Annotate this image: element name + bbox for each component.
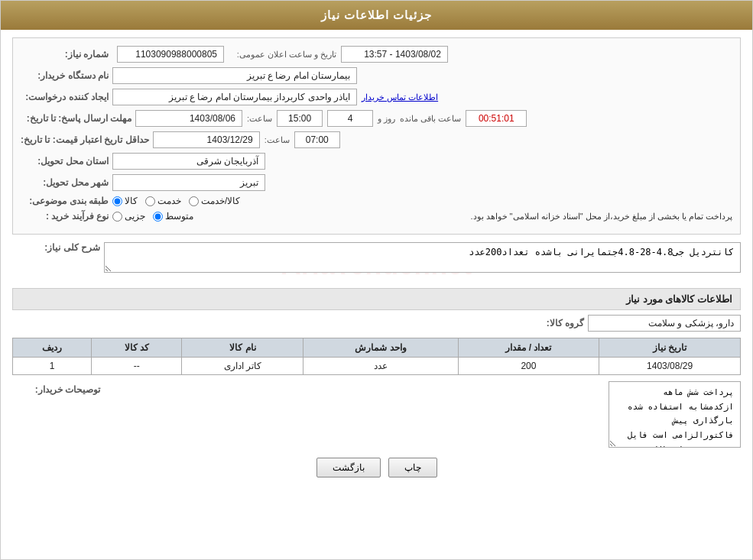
mohlat-rooz-value: 4 — [327, 110, 373, 127]
row-tabagheh: کالا/خدمت خدمت کالا طبقه بندی موضوعی: — [21, 196, 732, 206]
hadaghal-group: 07:00 ساعت: 1403/12/29 — [153, 131, 340, 148]
shomare-niaz-value: 1103090988000805 — [117, 46, 224, 63]
khadamat-label: خدمت — [157, 196, 181, 206]
tawsieh-row: توصیحات خریدار: — [12, 381, 741, 450]
radio-motawaset-input[interactable] — [153, 212, 163, 222]
row-name-dastgah: بیمارستان امام رضا ع تبریز نام دستگاه خر… — [21, 67, 732, 84]
kala-khadamat-label: کالا/خدمت — [201, 196, 240, 206]
jazri-label: جزیی — [125, 211, 145, 222]
hadaghal-label: حداقل تاریخ اعتبار قیمت: تا تاریخ: — [21, 134, 153, 145]
page-title: جزئیات اطلاعات نیاز — [321, 8, 432, 21]
th-kod-kala: کد کالا — [92, 338, 182, 358]
table-cell: -- — [92, 358, 182, 375]
mohlat-saat-label: ساعت: — [247, 114, 272, 124]
table-cell: عدد — [303, 358, 458, 375]
creator-value: ایاذر واحدی کاربرداز بیمارستان امام رضا … — [112, 89, 357, 105]
mohlat-date-value: 1403/08/06 — [135, 110, 242, 127]
table-cell: کاتر اداری — [182, 358, 303, 375]
table-cell: 1 — [13, 358, 92, 375]
th-radif: ردیف — [13, 338, 92, 358]
radio-kala-khadamat[interactable]: کالا/خدمت — [189, 196, 240, 206]
sharh-section: AriaTender.net شرح کلی نیاز: — [12, 242, 741, 288]
goroh-kala-value: دارو، پزشکی و سلامت — [588, 315, 741, 332]
shomare-niaz-label: شماره نیاز: — [21, 49, 112, 60]
kala-label: کالا — [125, 196, 138, 206]
creator-label: ایجاد کننده درخواست: — [21, 92, 112, 102]
hadaghal-date-value: 1403/12/29 — [153, 131, 260, 148]
sharh-label: شرح کلی نیاز: — [12, 242, 104, 253]
bazgasht-button[interactable]: بازگشت — [316, 458, 381, 477]
nooe-farayand-label: نوع فرآیند خرید : — [21, 211, 112, 222]
mohlat-saat-value: 15:00 — [277, 110, 323, 127]
page-header: جزئیات اطلاعات نیاز — [1, 1, 752, 30]
main-content: 1403/08/02 - 13:57 تاریخ و ساعت اعلان عم… — [1, 30, 752, 493]
radio-kala-input[interactable] — [112, 196, 122, 206]
row-ostan: آذربایجان شرقی استان محل تحویل: — [21, 153, 732, 170]
tawsieh-textarea[interactable] — [609, 381, 741, 448]
table-cell: 1403/08/29 — [599, 358, 741, 375]
th-tedad-meghdad: تعداد / مقدار — [458, 338, 599, 358]
hadaghal-saat-value: 07:00 — [294, 131, 340, 148]
mohlat-label: مهلت ارسال پاسخ: تا تاریخ: — [21, 113, 135, 124]
sharh-row: شرح کلی نیاز: — [12, 242, 741, 281]
table-row: 1403/08/29200عددکاتر اداری--1 — [13, 358, 741, 375]
btn-row: چاپ بازگشت — [12, 458, 741, 485]
kala-table: تاریخ نیاز تعداد / مقدار واحد شمارش نام … — [12, 338, 741, 375]
th-tarikh-niaz: تاریخ نیاز — [599, 338, 741, 358]
contact-link[interactable]: اطلاعات تماس خریدار — [362, 92, 438, 102]
row-nooe-farayand: پرداخت تمام یا بخشی از مبلغ خرید،از محل … — [21, 211, 732, 222]
kala-section-title: اطلاعات کالاهای مورد نیاز — [12, 288, 741, 310]
row-mohlat: 00:51:01 ساعت باقی مانده روز و 4 15:00 س… — [21, 110, 732, 127]
chap-button[interactable]: چاپ — [388, 458, 437, 477]
radio-khadamat[interactable]: خدمت — [145, 196, 181, 206]
page-container: جزئیات اطلاعات نیاز 1403/08/02 - 13:57 ت… — [0, 0, 753, 560]
th-name-kala: نام کالا — [182, 338, 303, 358]
tabagheh-radio-group: کالا/خدمت خدمت کالا — [112, 196, 240, 206]
radio-kala[interactable]: کالا — [112, 196, 138, 206]
row-hadaghal: 07:00 ساعت: 1403/12/29 حداقل تاریخ اعتبا… — [21, 131, 732, 148]
tawsieh-content — [104, 381, 741, 450]
tarikh-public-value: 1403/08/02 - 13:57 — [341, 46, 448, 63]
sharh-content — [104, 242, 741, 281]
info-section: 1403/08/02 - 13:57 تاریخ و ساعت اعلان عم… — [12, 37, 741, 235]
radio-kala-khadamat-input[interactable] — [189, 196, 199, 206]
row-shahr: تبریز شهر محل تحویل: — [21, 174, 732, 191]
name-dastgah-label: نام دستگاه خریدار: — [21, 70, 112, 81]
creator-group: اطلاعات تماس خریدار ایاذر واحدی کاربرداز… — [112, 89, 438, 105]
motawaset-label: متوسط — [165, 211, 193, 222]
shomare-niaz-group: 1103090988000805 شماره نیاز: — [21, 46, 224, 63]
tabagheh-label: طبقه بندی موضوعی: — [21, 196, 112, 206]
radio-jazri[interactable]: جزیی — [112, 211, 145, 222]
shahr-value: تبریز — [112, 174, 265, 191]
row-creator: اطلاعات تماس خریدار ایاذر واحدی کاربرداز… — [21, 89, 732, 105]
radio-motawaset[interactable]: متوسط — [153, 211, 193, 222]
sharh-textarea[interactable] — [104, 242, 741, 273]
hadaghal-saat-label: ساعت: — [265, 135, 290, 145]
table-cell: 200 — [458, 358, 599, 375]
mohlat-remaining-value: 00:51:01 — [466, 110, 527, 127]
th-vahed-shomarish: واحد شمارش — [303, 338, 458, 358]
nooe-farayand-desc: پرداخت تمام یا بخشی از مبلغ خرید،از محل … — [470, 212, 732, 221]
tawsieh-label: توصیحات خریدار: — [12, 381, 104, 395]
table-header-row: تاریخ نیاز تعداد / مقدار واحد شمارش نام … — [13, 338, 741, 358]
row-shomare-tarikh: 1403/08/02 - 13:57 تاریخ و ساعت اعلان عم… — [21, 46, 732, 63]
radio-jazri-input[interactable] — [112, 212, 122, 222]
goroh-kala-label: گروه کالا: — [496, 318, 588, 329]
ostan-label: استان محل تحویل: — [21, 156, 112, 167]
name-dastgah-value: بیمارستان امام رضا ع تبریز — [112, 67, 357, 84]
shahr-label: شهر محل تحویل: — [21, 177, 112, 188]
tarikh-public-group: 1403/08/02 - 13:57 تاریخ و ساعت اعلان عم… — [237, 46, 448, 63]
goroh-kala-row: دارو، پزشکی و سلامت گروه کالا: — [12, 315, 741, 332]
tarikh-public-label: تاریخ و ساعت اعلان عمومی: — [237, 50, 336, 60]
ostan-value: آذربایجان شرقی — [112, 153, 265, 170]
mohlat-rooz-label: روز و — [378, 114, 395, 124]
mohlat-group: 00:51:01 ساعت باقی مانده روز و 4 15:00 س… — [135, 110, 527, 127]
mohlat-remaining-label: ساعت باقی مانده — [400, 114, 461, 124]
nooe-farayand-radio-group: متوسط جزیی — [112, 211, 193, 222]
radio-khadamat-input[interactable] — [145, 196, 155, 206]
